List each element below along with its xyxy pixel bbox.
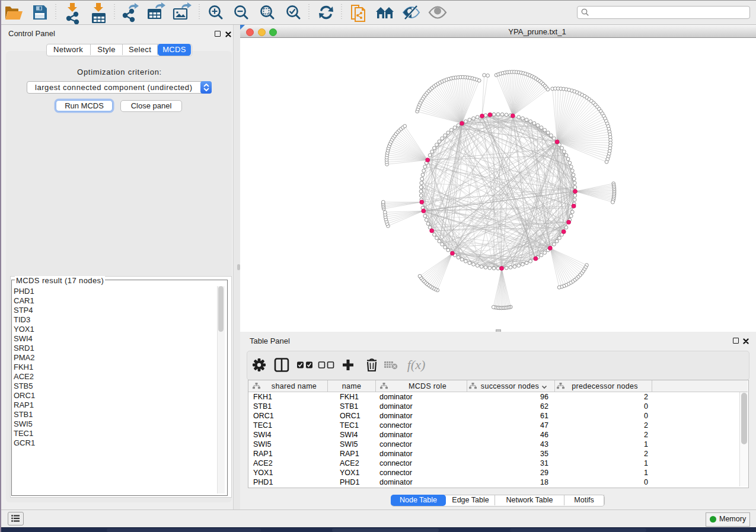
- svg-text:f(x): f(x): [407, 357, 426, 372]
